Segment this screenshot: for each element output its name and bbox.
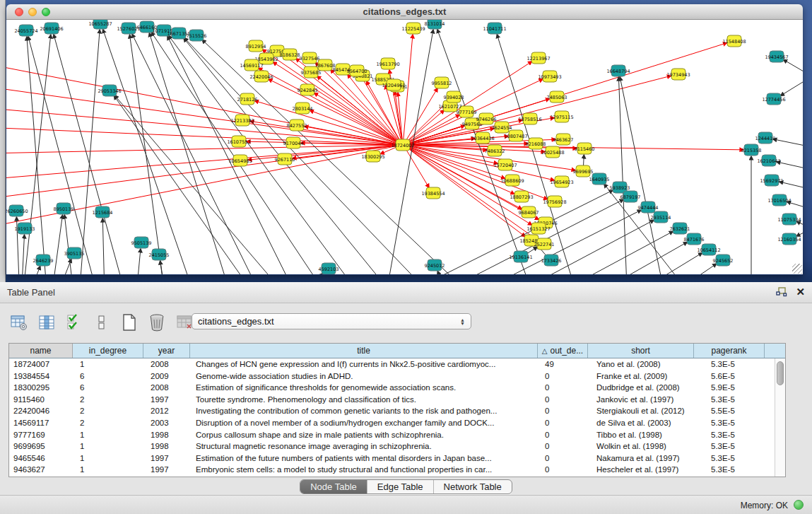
network-canvas[interactable]: 1872400789129549127508818632893275462867… — [6, 20, 803, 274]
vertical-scrollbar[interactable] — [775, 358, 785, 477]
graph-node[interactable]: 1244419 — [755, 132, 776, 144]
graph-edge[interactable] — [346, 190, 613, 274]
graph-node[interactable]: 6879197 — [620, 191, 641, 202]
graph-node[interactable]: 2803144 — [293, 103, 313, 114]
network-window-titlebar[interactable]: citations_edges.txt — [6, 4, 803, 20]
select-all-rows-icon[interactable] — [65, 313, 83, 332]
graph-edge[interactable] — [780, 76, 803, 95]
graph-edge[interactable] — [543, 242, 687, 274]
graph-node[interactable]: 10654985 — [228, 155, 252, 166]
graph-node[interactable]: 3905135 — [64, 247, 85, 259]
graph-edge[interactable] — [134, 249, 141, 274]
graph-node[interactable]: 26260650 — [6, 205, 28, 216]
graph-edge[interactable] — [6, 126, 396, 145]
graph-edge[interactable] — [275, 273, 323, 274]
graph-node[interactable]: 9242843 — [298, 84, 318, 95]
graph-node[interactable]: 10655287 — [88, 20, 112, 29]
graph-node[interactable]: 9955812 — [432, 77, 452, 88]
graph-edge[interactable] — [784, 59, 803, 76]
column-header-in-degree[interactable]: in_degree — [73, 344, 143, 358]
graph-node[interactable]: 1215684 — [93, 206, 113, 218]
graph-edge[interactable] — [586, 253, 702, 274]
graph-edge[interactable] — [584, 155, 584, 165]
graph-node[interactable]: 4592103 — [319, 263, 339, 274]
scrollbar-thumb[interactable] — [777, 361, 784, 385]
graph-node[interactable]: 11075334 — [777, 214, 801, 225]
table-row[interactable]: 2242004622012Investigating the contribut… — [9, 405, 785, 417]
graph-node[interactable]: 9115460 — [575, 143, 595, 154]
graph-node[interactable]: 7515526 — [187, 30, 207, 41]
graph-node[interactable]: 10973493 — [538, 71, 561, 82]
create-table-icon[interactable] — [120, 313, 139, 332]
graph-node[interactable]: 11225439 — [401, 23, 425, 34]
window-resize-grip-icon[interactable] — [792, 264, 802, 274]
table-row[interactable]: 977716911998Corpus callosum shape and si… — [9, 429, 785, 441]
graph-edge[interactable] — [28, 37, 105, 274]
tab-node-table[interactable]: Node Table — [300, 480, 367, 493]
graph-node[interactable]: 9245652 — [713, 255, 734, 266]
graph-node[interactable]: 9394028 — [444, 91, 464, 103]
graph-node[interactable]: 19384554 — [421, 187, 445, 199]
graph-edge[interactable] — [381, 199, 623, 274]
table-select-dropdown[interactable]: citations_edges.txt ▲▼ — [192, 313, 471, 329]
graph-edge[interactable] — [796, 221, 803, 228]
graph-node[interactable]: 9684067 — [519, 206, 539, 218]
graph-node[interactable]: 8427552 — [287, 119, 307, 131]
column-header-pagerank[interactable]: pagerank — [694, 344, 765, 358]
table-row[interactable]: 946362711997Embryonic stem cells: a mode… — [9, 464, 785, 476]
table-row[interactable]: 1938455462009Genome-wide association stu… — [9, 370, 785, 382]
graph-node[interactable]: 12160354 — [777, 233, 801, 245]
table-row[interactable]: 1830029562008Estimation of significance … — [9, 382, 785, 394]
graph-edge[interactable] — [77, 30, 100, 274]
graph-node[interactable]: 9564700 — [347, 65, 367, 76]
graph-node[interactable]: 12975115 — [550, 111, 573, 122]
graph-node[interactable]: 8912954 — [246, 40, 266, 52]
graph-edge[interactable] — [102, 218, 105, 274]
graph-node[interactable]: 9267110 — [275, 153, 295, 165]
graph-node[interactable]: 2415055 — [149, 249, 170, 260]
graph-node[interactable]: 19756928 — [543, 196, 566, 207]
graph-node[interactable]: 19654923 — [550, 176, 573, 187]
graph-edge[interactable] — [796, 228, 803, 236]
graph-node[interactable]: 7486322 — [485, 145, 505, 156]
graph-edge[interactable] — [620, 77, 671, 274]
table-row[interactable]: 1872400712008Changes of HCN gene express… — [9, 358, 785, 370]
graph-node[interactable]: 1640935 — [589, 173, 610, 185]
graph-node[interactable]: 20691406 — [40, 23, 63, 34]
graph-node[interactable]: 7632621 — [670, 223, 690, 234]
column-header-out-de-[interactable]: △out_de... — [538, 344, 588, 358]
table-row[interactable]: 911546021997Tourette syndrome. Phenomeno… — [9, 394, 785, 406]
graph-edge[interactable] — [20, 35, 51, 274]
graph-node[interactable]: 9170044 — [283, 137, 304, 148]
graph-node[interactable]: 8950139 — [54, 203, 74, 214]
tab-edge-table[interactable]: Edge Table — [367, 480, 434, 493]
table-row[interactable]: 969969511998Structural magnetic resonanc… — [9, 440, 785, 452]
column-header-short[interactable]: short — [588, 344, 694, 358]
graph-node[interactable]: 9505139 — [131, 237, 152, 248]
graph-node[interactable]: 3624554 — [492, 122, 512, 133]
graph-node[interactable]: 11041711 — [483, 23, 506, 34]
graph-node[interactable]: 9375685 — [301, 66, 322, 78]
graph-node[interactable]: 8216088 — [526, 138, 546, 149]
graph-edge[interactable] — [64, 215, 77, 274]
graph-node[interactable]: 1733426 — [541, 255, 562, 266]
tab-network-table[interactable]: Network Table — [434, 480, 512, 493]
graph-edge[interactable] — [54, 35, 134, 274]
column-header-year[interactable]: year — [143, 344, 190, 358]
graph-node[interactable]: 9699695 — [573, 165, 594, 177]
graph-node[interactable]: 2522741 — [534, 238, 555, 250]
graph-edge[interactable] — [184, 37, 459, 274]
delete-icon[interactable] — [148, 313, 166, 332]
network-graph[interactable]: 1872400789129549127508818632893275462867… — [6, 20, 803, 274]
graph-node[interactable]: 2646239 — [33, 255, 54, 266]
table-row[interactable]: 946554611997Estimation of the future num… — [9, 452, 785, 465]
graph-edge[interactable] — [773, 139, 803, 147]
graph-node[interactable]: 9463627 — [553, 134, 574, 145]
graph-node[interactable]: 19734943 — [666, 69, 690, 80]
graph-node[interactable]: 2935114 — [651, 211, 671, 223]
graph-node[interactable]: 24055724 — [14, 25, 37, 36]
graph-node[interactable]: 15692971 — [760, 175, 783, 186]
graph-node[interactable]: 9746266 — [476, 113, 497, 124]
graph-edge[interactable] — [20, 235, 24, 274]
table-row[interactable]: 1456911722003Disruption of a novel membe… — [9, 417, 785, 429]
